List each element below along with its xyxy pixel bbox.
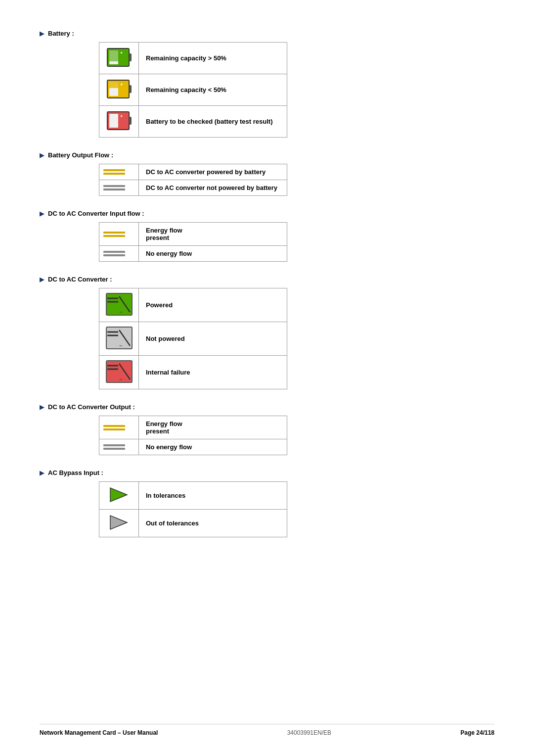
svg-text:+: + xyxy=(120,82,123,87)
table-row: No energy flow xyxy=(99,439,287,455)
line-bottom xyxy=(103,448,125,450)
output-flow-yellow xyxy=(103,425,134,430)
svg-text:~: ~ xyxy=(119,377,122,382)
battery-icon-red-cell: + xyxy=(99,106,139,138)
svg-text:~: ~ xyxy=(119,343,122,349)
flow-desc-powered: DC to AC converter powered by battery xyxy=(139,164,287,180)
svg-rect-8 xyxy=(129,85,132,93)
svg-text:~: ~ xyxy=(119,309,122,315)
converter-icon-gray-cell: ~ xyxy=(99,322,139,356)
line-bottom xyxy=(103,428,125,430)
table-row: Energy flow present xyxy=(99,416,287,439)
flow-desc-not-powered: DC to AC converter not powered by batter… xyxy=(139,180,287,196)
svg-rect-11 xyxy=(109,114,118,128)
bullet-arrow-icon: ▶ xyxy=(40,152,44,159)
svg-rect-7 xyxy=(109,82,118,88)
input-flow-yellow xyxy=(103,232,134,237)
svg-rect-12 xyxy=(129,117,132,125)
line-bottom xyxy=(103,254,125,256)
battery-icon-green-cell: + xyxy=(99,43,139,74)
battery-icon-red: + xyxy=(106,110,132,132)
flow-line-gray-cell xyxy=(99,180,139,196)
output-flow-desc-none: No energy flow xyxy=(139,439,287,455)
converter-icon-red-cell: ~ xyxy=(99,356,139,389)
line-top xyxy=(103,232,125,234)
ac-bypass-table: In tolerances Out of tolerances xyxy=(99,481,287,537)
output-flow-gray xyxy=(103,444,134,450)
table-row: In tolerances xyxy=(99,482,287,510)
dc-ac-input-flow-section: ▶ DC to AC Converter Input flow : Energy… xyxy=(40,210,494,262)
footer-right: Page 24/118 xyxy=(460,729,494,736)
dc-ac-output-title: ▶ DC to AC Converter Output : xyxy=(40,403,494,411)
bypass-triangle-green xyxy=(108,486,130,504)
input-flow-gray xyxy=(103,251,134,256)
table-row: + Remaining capacity > 50% xyxy=(99,43,287,74)
table-row: ~ Internal failure xyxy=(99,356,287,389)
page-footer: Network Management Card – User Manual 34… xyxy=(40,724,494,736)
line-top xyxy=(103,425,125,427)
table-row: + Remaining capacity < 50% xyxy=(99,74,287,106)
svg-rect-3 xyxy=(129,53,132,61)
input-flow-gray-cell xyxy=(99,246,139,262)
line-top xyxy=(103,169,125,171)
line-top xyxy=(103,185,125,187)
battery-icon-green: + xyxy=(106,47,132,68)
bypass-desc-in-tolerance: In tolerances xyxy=(139,482,287,510)
flow-line-yellow-cell xyxy=(99,164,139,180)
table-row: DC to AC converter powered by battery xyxy=(99,164,287,180)
output-flow-yellow-cell xyxy=(99,416,139,439)
battery-desc-red: Battery to be checked (battery test resu… xyxy=(139,106,287,138)
dc-ac-input-flow-title: ▶ DC to AC Converter Input flow : xyxy=(40,210,494,217)
dc-ac-input-flow-table: Energy flow present No energy flow xyxy=(99,222,287,262)
bullet-arrow-icon: ▶ xyxy=(40,30,44,37)
battery-desc-yellow: Remaining capacity < 50% xyxy=(139,74,287,106)
converter-icon-green-cell: ~ xyxy=(99,288,139,322)
converter-icon-green: ~ xyxy=(105,292,133,316)
input-flow-desc-present: Energy flow present xyxy=(139,223,287,246)
dc-ac-output-table: Energy flow present No energy flow xyxy=(99,416,287,455)
line-top xyxy=(103,251,125,253)
bullet-arrow-icon: ▶ xyxy=(40,210,44,217)
converter-desc-not-powered: Not powered xyxy=(139,322,287,356)
dc-ac-output-section: ▶ DC to AC Converter Output : Energy flo… xyxy=(40,403,494,455)
svg-text:+: + xyxy=(120,114,123,119)
dc-ac-converter-table: ~ Powered ~ Not powered xyxy=(99,288,287,389)
output-flow-desc-present: Energy flow present xyxy=(139,416,287,439)
footer-center: 34003991EN/EB xyxy=(287,729,331,736)
bypass-triangle-gray xyxy=(108,514,130,531)
line-bottom xyxy=(103,235,125,237)
table-row: ~ Not powered xyxy=(99,322,287,356)
table-row: + Battery to be checked (battery test re… xyxy=(99,106,287,138)
bypass-icon-green-cell xyxy=(99,482,139,510)
flow-line-gray xyxy=(103,185,134,190)
svg-marker-30 xyxy=(110,516,127,529)
ac-bypass-section: ▶ AC Bypass Input : In tolerances Out of… xyxy=(40,469,494,537)
line-bottom xyxy=(103,189,125,190)
bullet-arrow-icon: ▶ xyxy=(40,470,44,476)
table-row: DC to AC converter not powered by batter… xyxy=(99,180,287,196)
bullet-arrow-icon: ▶ xyxy=(40,404,44,411)
battery-section: ▶ Battery : + Remaining capacity > 50% xyxy=(40,30,494,138)
svg-text:+: + xyxy=(120,50,123,55)
line-top xyxy=(103,444,125,446)
svg-marker-29 xyxy=(110,488,127,502)
table-row: No energy flow xyxy=(99,246,287,262)
converter-desc-powered: Powered xyxy=(139,288,287,322)
input-flow-desc-none: No energy flow xyxy=(139,246,287,262)
bypass-icon-gray-cell xyxy=(99,510,139,537)
table-row: Energy flow present xyxy=(99,223,287,246)
line-bottom xyxy=(103,173,125,175)
battery-desc-green: Remaining capacity > 50% xyxy=(139,43,287,74)
dc-ac-converter-section: ▶ DC to AC Converter : ~ Powered xyxy=(40,276,494,389)
table-row: ~ Powered xyxy=(99,288,287,322)
battery-icon-yellow-cell: + xyxy=(99,74,139,106)
dc-ac-converter-title: ▶ DC to AC Converter : xyxy=(40,276,494,283)
ac-bypass-title: ▶ AC Bypass Input : xyxy=(40,469,494,476)
battery-output-flow-title: ▶ Battery Output Flow : xyxy=(40,151,494,159)
battery-title: ▶ Battery : xyxy=(40,30,494,37)
converter-icon-red: ~ xyxy=(105,360,133,383)
flow-line-yellow xyxy=(103,169,134,175)
converter-icon-gray: ~ xyxy=(105,326,133,350)
bypass-desc-out-tolerance: Out of tolerances xyxy=(139,510,287,537)
battery-icon-yellow: + xyxy=(106,78,132,100)
